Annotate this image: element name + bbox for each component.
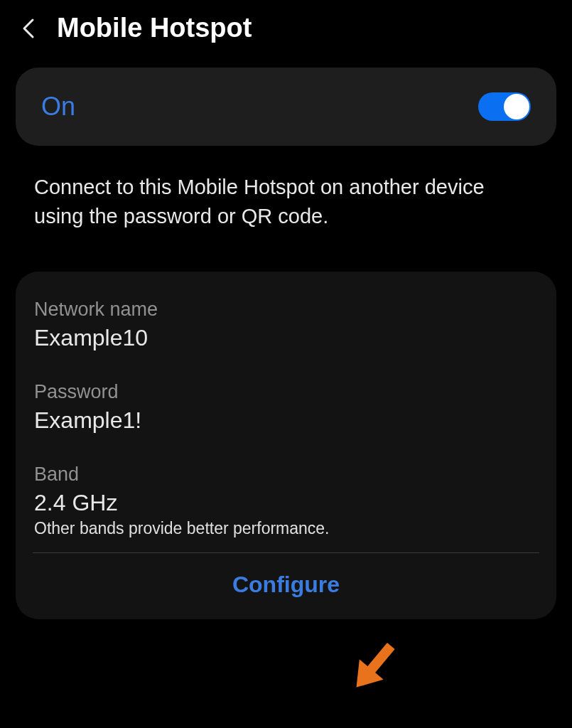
network-name-value: Example10: [34, 325, 538, 351]
toggle-knob: [504, 94, 529, 119]
header: Mobile Hotspot: [0, 0, 572, 58]
hotspot-state-label: On: [41, 92, 75, 122]
network-name-label: Network name: [34, 299, 538, 321]
band-row[interactable]: Band 2.4 GHz Other bands provide better …: [34, 464, 538, 538]
network-name-row[interactable]: Network name Example10: [34, 299, 538, 351]
back-icon[interactable]: [17, 17, 40, 40]
band-label: Band: [34, 464, 538, 486]
hotspot-details-card: Network name Example10 Password Example1…: [16, 272, 556, 619]
hotspot-toggle-switch[interactable]: [478, 92, 531, 121]
band-hint: Other bands provide better performance.: [34, 519, 538, 538]
svg-marker-0: [345, 659, 384, 697]
password-label: Password: [34, 381, 538, 403]
hotspot-toggle-card: On: [16, 68, 556, 146]
configure-button[interactable]: Configure: [34, 553, 538, 619]
password-row[interactable]: Password Example1!: [34, 381, 538, 434]
hotspot-description: Connect to this Mobile Hotspot on anothe…: [0, 146, 572, 230]
band-value: 2.4 GHz: [34, 490, 538, 516]
page-title: Mobile Hotspot: [57, 13, 252, 43]
password-value: Example1!: [34, 407, 538, 434]
arrow-annotation-icon: [330, 633, 415, 707]
